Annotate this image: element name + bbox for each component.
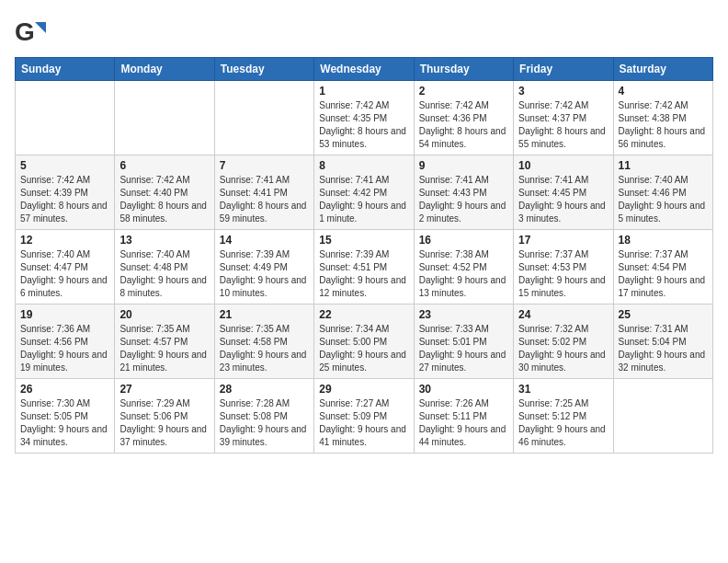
calendar-cell: 4Sunrise: 7:42 AM Sunset: 4:38 PM Daylig…	[613, 81, 712, 155]
day-info: Sunrise: 7:37 AM Sunset: 4:54 PM Dayligh…	[619, 248, 708, 300]
day-number: 9	[419, 159, 508, 172]
svg-text:G: G	[15, 17, 35, 46]
day-info: Sunrise: 7:33 AM Sunset: 5:01 PM Dayligh…	[419, 323, 508, 374]
day-number: 8	[319, 159, 408, 172]
day-number: 31	[518, 383, 608, 396]
calendar-cell: 3Sunrise: 7:42 AM Sunset: 4:37 PM Daylig…	[514, 81, 613, 155]
calendar-cell: 25Sunrise: 7:31 AM Sunset: 5:04 PM Dayli…	[613, 304, 712, 379]
calendar-week-row: 1Sunrise: 7:42 AM Sunset: 4:35 PM Daylig…	[16, 81, 713, 155]
calendar-cell: 23Sunrise: 7:33 AM Sunset: 5:01 PM Dayli…	[414, 304, 513, 379]
calendar-cell: 17Sunrise: 7:37 AM Sunset: 4:53 PM Dayli…	[514, 230, 613, 304]
day-number: 10	[518, 159, 608, 172]
day-info: Sunrise: 7:37 AM Sunset: 4:53 PM Dayligh…	[518, 248, 608, 300]
calendar-cell: 27Sunrise: 7:29 AM Sunset: 5:06 PM Dayli…	[115, 379, 214, 454]
day-number: 30	[419, 383, 508, 396]
day-number: 12	[20, 234, 109, 247]
calendar-cell: 30Sunrise: 7:26 AM Sunset: 5:11 PM Dayli…	[414, 379, 513, 454]
weekday-header-sunday: Sunday	[16, 58, 115, 81]
day-number: 28	[220, 383, 309, 396]
day-info: Sunrise: 7:28 AM Sunset: 5:08 PM Dayligh…	[220, 397, 309, 449]
weekday-header-wednesday: Wednesday	[314, 58, 414, 81]
day-info: Sunrise: 7:40 AM Sunset: 4:47 PM Dayligh…	[20, 248, 109, 300]
day-number: 24	[518, 308, 608, 321]
calendar-cell: 16Sunrise: 7:38 AM Sunset: 4:52 PM Dayli…	[414, 230, 513, 304]
calendar-week-row: 12Sunrise: 7:40 AM Sunset: 4:47 PM Dayli…	[16, 230, 713, 304]
day-info: Sunrise: 7:25 AM Sunset: 5:12 PM Dayligh…	[518, 397, 608, 449]
day-info: Sunrise: 7:42 AM Sunset: 4:40 PM Dayligh…	[119, 174, 209, 225]
calendar-cell: 20Sunrise: 7:35 AM Sunset: 4:57 PM Dayli…	[115, 304, 214, 379]
weekday-header-row: SundayMondayTuesdayWednesdayThursdayFrid…	[16, 58, 713, 81]
day-number: 11	[619, 159, 708, 172]
day-info: Sunrise: 7:42 AM Sunset: 4:39 PM Dayligh…	[20, 174, 109, 225]
calendar-cell: 6Sunrise: 7:42 AM Sunset: 4:40 PM Daylig…	[115, 155, 214, 230]
logo-icon: G	[15, 15, 48, 48]
day-number: 16	[419, 234, 508, 247]
calendar-cell: 21Sunrise: 7:35 AM Sunset: 4:58 PM Dayli…	[214, 304, 313, 379]
calendar-cell: 24Sunrise: 7:32 AM Sunset: 5:02 PM Dayli…	[514, 304, 613, 379]
day-number: 23	[419, 308, 508, 321]
calendar-cell: 11Sunrise: 7:40 AM Sunset: 4:46 PM Dayli…	[613, 155, 712, 230]
day-number: 25	[619, 308, 708, 321]
day-number: 3	[518, 85, 608, 98]
day-number: 20	[119, 308, 209, 321]
day-info: Sunrise: 7:41 AM Sunset: 4:43 PM Dayligh…	[419, 174, 508, 225]
day-info: Sunrise: 7:39 AM Sunset: 4:51 PM Dayligh…	[319, 248, 408, 300]
calendar-table: SundayMondayTuesdayWednesdayThursdayFrid…	[15, 57, 713, 454]
weekday-header-monday: Monday	[115, 58, 214, 81]
calendar-cell: 13Sunrise: 7:40 AM Sunset: 4:48 PM Dayli…	[115, 230, 214, 304]
calendar-cell: 10Sunrise: 7:41 AM Sunset: 4:45 PM Dayli…	[514, 155, 613, 230]
calendar-cell	[214, 81, 313, 155]
calendar-cell: 18Sunrise: 7:37 AM Sunset: 4:54 PM Dayli…	[613, 230, 712, 304]
calendar-cell: 8Sunrise: 7:41 AM Sunset: 4:42 PM Daylig…	[314, 155, 414, 230]
svg-marker-1	[35, 22, 46, 33]
day-info: Sunrise: 7:41 AM Sunset: 4:45 PM Dayligh…	[518, 174, 608, 225]
calendar-week-row: 5Sunrise: 7:42 AM Sunset: 4:39 PM Daylig…	[16, 155, 713, 230]
calendar-cell: 28Sunrise: 7:28 AM Sunset: 5:08 PM Dayli…	[214, 379, 313, 454]
day-info: Sunrise: 7:26 AM Sunset: 5:11 PM Dayligh…	[419, 397, 508, 449]
calendar-cell: 15Sunrise: 7:39 AM Sunset: 4:51 PM Dayli…	[314, 230, 414, 304]
day-number: 19	[20, 308, 109, 321]
calendar-cell: 26Sunrise: 7:30 AM Sunset: 5:05 PM Dayli…	[16, 379, 115, 454]
day-number: 5	[20, 159, 109, 172]
calendar-cell: 2Sunrise: 7:42 AM Sunset: 4:36 PM Daylig…	[414, 81, 513, 155]
day-number: 29	[319, 383, 408, 396]
weekday-header-tuesday: Tuesday	[214, 58, 313, 81]
calendar-cell: 9Sunrise: 7:41 AM Sunset: 4:43 PM Daylig…	[414, 155, 513, 230]
calendar-cell	[115, 81, 214, 155]
day-info: Sunrise: 7:42 AM Sunset: 4:37 PM Dayligh…	[518, 99, 608, 151]
day-number: 4	[619, 85, 708, 98]
day-number: 21	[220, 308, 309, 321]
day-info: Sunrise: 7:38 AM Sunset: 4:52 PM Dayligh…	[419, 248, 508, 300]
day-number: 15	[319, 234, 408, 247]
day-info: Sunrise: 7:27 AM Sunset: 5:09 PM Dayligh…	[319, 397, 408, 449]
day-info: Sunrise: 7:36 AM Sunset: 4:56 PM Dayligh…	[20, 323, 109, 374]
day-number: 2	[419, 85, 508, 98]
day-info: Sunrise: 7:41 AM Sunset: 4:42 PM Dayligh…	[319, 174, 408, 225]
day-info: Sunrise: 7:41 AM Sunset: 4:41 PM Dayligh…	[220, 174, 309, 225]
day-info: Sunrise: 7:29 AM Sunset: 5:06 PM Dayligh…	[119, 397, 209, 449]
calendar-cell: 29Sunrise: 7:27 AM Sunset: 5:09 PM Dayli…	[314, 379, 414, 454]
day-number: 6	[119, 159, 209, 172]
day-info: Sunrise: 7:34 AM Sunset: 5:00 PM Dayligh…	[319, 323, 408, 374]
day-info: Sunrise: 7:35 AM Sunset: 4:58 PM Dayligh…	[220, 323, 309, 374]
calendar-cell	[613, 379, 712, 454]
calendar-cell: 5Sunrise: 7:42 AM Sunset: 4:39 PM Daylig…	[16, 155, 115, 230]
calendar-cell: 7Sunrise: 7:41 AM Sunset: 4:41 PM Daylig…	[214, 155, 313, 230]
weekday-header-saturday: Saturday	[613, 58, 712, 81]
day-number: 18	[619, 234, 708, 247]
calendar-cell	[16, 81, 115, 155]
day-number: 17	[518, 234, 608, 247]
day-info: Sunrise: 7:42 AM Sunset: 4:38 PM Dayligh…	[619, 99, 708, 151]
day-info: Sunrise: 7:42 AM Sunset: 4:36 PM Dayligh…	[419, 99, 508, 151]
day-info: Sunrise: 7:40 AM Sunset: 4:48 PM Dayligh…	[119, 248, 209, 300]
day-info: Sunrise: 7:35 AM Sunset: 4:57 PM Dayligh…	[119, 323, 209, 374]
weekday-header-friday: Friday	[514, 58, 613, 81]
calendar-cell: 19Sunrise: 7:36 AM Sunset: 4:56 PM Dayli…	[16, 304, 115, 379]
day-info: Sunrise: 7:30 AM Sunset: 5:05 PM Dayligh…	[20, 397, 109, 449]
day-number: 14	[220, 234, 309, 247]
calendar-cell: 31Sunrise: 7:25 AM Sunset: 5:12 PM Dayli…	[514, 379, 613, 454]
calendar-cell: 1Sunrise: 7:42 AM Sunset: 4:35 PM Daylig…	[314, 81, 414, 155]
weekday-header-thursday: Thursday	[414, 58, 513, 81]
day-number: 1	[319, 85, 408, 98]
day-number: 7	[220, 159, 309, 172]
